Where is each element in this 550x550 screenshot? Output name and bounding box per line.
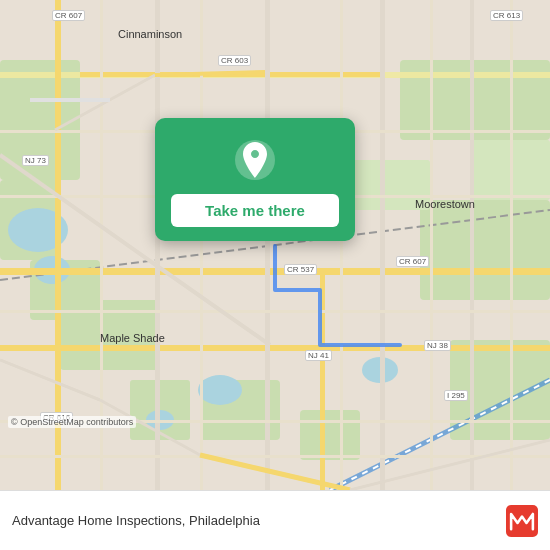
road-label-cr537: CR 537 [284,264,317,275]
svg-rect-29 [470,0,474,490]
svg-rect-10 [350,160,430,210]
svg-rect-6 [300,410,360,460]
bottom-bar: Advantage Home Inspections, Philadelphia [0,490,550,550]
svg-rect-38 [340,0,343,490]
road-label-nj73: NJ 73 [22,155,49,166]
moovit-brand-icon [506,505,538,537]
popup-card: Take me there [155,118,355,241]
svg-rect-35 [0,455,550,458]
location-pin-icon [231,136,279,184]
road-label-cr613: CR 613 [490,10,523,21]
svg-rect-28 [380,0,385,490]
moovit-logo [498,505,538,537]
svg-rect-45 [30,98,110,102]
road-label-cr603: CR 603 [218,55,251,66]
road-label-cr607-top: CR 607 [52,10,85,21]
svg-point-15 [198,375,242,405]
svg-rect-22 [0,345,550,351]
svg-rect-33 [0,310,550,313]
road-label-nj41: NJ 41 [305,350,332,361]
svg-rect-40 [510,0,513,490]
map-view: Cinnaminson Moorestown Maple Shade CR 60… [0,0,550,490]
road-label-nj38: NJ 38 [424,340,451,351]
take-me-there-button[interactable]: Take me there [171,194,339,227]
road-label-i295: I 295 [444,390,468,401]
svg-rect-8 [420,200,550,300]
svg-rect-39 [430,0,433,490]
road-label-cr607-mid: CR 607 [396,256,429,267]
svg-rect-27 [265,0,270,490]
business-info: Advantage Home Inspections, Philadelphia [12,513,498,528]
map-copyright: © OpenStreetMap contributors [8,416,136,428]
